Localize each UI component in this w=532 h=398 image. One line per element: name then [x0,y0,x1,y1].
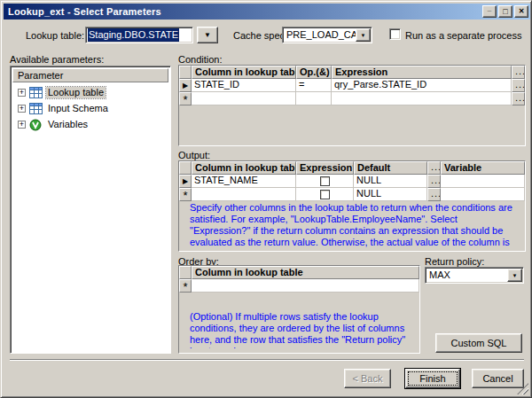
condition-column-cell[interactable] [192,92,296,105]
column-header[interactable]: Expression [332,66,512,79]
expression-checkbox-cell[interactable] [296,188,354,201]
row-selector-header [179,266,192,279]
column-header[interactable]: Variable [441,161,525,175]
condition-grid: Column in lookup table Op.(&) Expression… [179,66,525,105]
lookup-table-label: Lookup table: [26,30,83,42]
order-by-help-text: (Optional) If multiple rows satisfy the … [190,311,413,348]
custom-sql-label: Custom SQL [451,338,507,349]
condition-row[interactable]: ▶ STATE_ID = qry_Parse.STATE_ID ... [179,79,525,92]
return-policy-value: MAX [426,269,507,281]
cache-spec-value: PRE_LOAD_CACHE [283,29,356,41]
more-header[interactable]: ... [512,66,525,79]
current-row-icon: ▶ [179,175,192,188]
back-button[interactable]: < Back [344,369,391,388]
run-separate-label: Run as a separate process [405,30,521,42]
row-selector-header [179,161,192,175]
lookup-table-dropdown-button[interactable]: ▼ [197,27,218,43]
more-button[interactable]: ... [512,79,525,92]
close-button[interactable]: ✕ [514,5,528,18]
expand-icon[interactable]: + [18,105,26,113]
output-row[interactable]: ▶ STATE_NAME NULL ... [179,175,525,188]
output-header-row: Column in lookup table Expression? Defau… [179,161,525,175]
cancel-label: Cancel [482,373,512,385]
title-bar[interactable]: Lookup_ext - Select Parameters _ □ ✕ [4,4,530,20]
window-controls: _ □ ✕ [481,5,528,18]
order-by-header-row: Column in lookup table [179,266,419,279]
parameters-tree[interactable]: Parameter + Lookup table + Input Schema … [10,66,171,354]
expression-checkbox[interactable] [320,190,330,199]
column-header[interactable]: Column in lookup table [192,161,296,175]
lookup-table-input[interactable]: Staging.DBO.STATE [85,27,193,43]
lookup-ext-dialog: Lookup_ext - Select Parameters _ □ ✕ Loo… [0,0,532,398]
output-variable-cell[interactable] [441,188,525,201]
condition-op-cell[interactable] [296,92,332,105]
maximize-button[interactable]: □ [498,5,512,18]
tree-item-lookup-table[interactable]: + Lookup table [12,85,106,100]
cache-spec-label: Cache spec: [233,30,287,42]
dropdown-arrow-icon[interactable]: ▼ [356,28,371,42]
maximize-icon: □ [503,8,507,16]
tree-item-label[interactable]: Input Schema [46,103,110,114]
condition-column-cell[interactable]: STATE_ID [192,79,296,92]
expression-checkbox[interactable] [320,176,330,186]
lookup-table-value: Staging.DBO.STATE [88,28,179,42]
window-title: Lookup_ext - Select Parameters [8,6,161,17]
cancel-button[interactable]: Cancel [472,369,524,388]
current-row-icon: ▶ [179,79,192,92]
output-column-cell[interactable]: STATE_NAME [192,175,296,188]
parameter-column-header[interactable]: Parameter [12,68,168,82]
available-parameters-label: Available parameters: [10,54,104,66]
column-header[interactable]: Column in lookup table [192,266,419,279]
back-label: < Back [353,373,383,385]
tree-item-label[interactable]: Variables [46,119,90,130]
condition-expression-cell[interactable] [332,92,512,105]
output-default-cell[interactable]: NULL [354,188,427,201]
table-icon [29,103,43,115]
expand-icon[interactable]: + [18,121,26,129]
new-row-icon: * [179,188,192,201]
tree-item-variables[interactable]: + Variables [12,117,90,132]
output-new-row[interactable]: * NULL ... [179,188,525,201]
new-row-icon: * [179,279,192,293]
order-by-new-row[interactable]: * [179,279,419,293]
row-selector-header [179,66,192,79]
output-column-cell[interactable] [192,188,296,201]
column-header[interactable]: Default [354,161,427,175]
output-grid: Column in lookup table Expression? Defau… [179,161,525,201]
bottom-separator [10,359,524,361]
tree-item-input-schema[interactable]: + Input Schema [12,101,110,116]
dropdown-arrow-icon: ▼ [204,31,211,39]
finish-label: Finish [419,373,445,385]
return-policy-select[interactable]: MAX ▼ [425,267,524,284]
custom-sql-button[interactable]: Custom SQL [435,333,522,353]
dropdown-arrow-icon[interactable]: ▼ [507,269,522,282]
output-help-text: Specify other columns in the lookup tabl… [190,202,520,250]
column-header[interactable]: Op.(&) [296,66,332,79]
more-header[interactable]: ... [427,161,441,175]
tree-item-label[interactable]: Lookup table [46,87,106,98]
condition-header-row: Column in lookup table Op.(&) Expression… [179,66,525,79]
expand-icon[interactable]: + [18,89,26,97]
column-header[interactable]: Column in lookup table [192,66,296,79]
condition-op-cell[interactable]: = [296,79,332,92]
output-default-cell[interactable]: NULL [354,175,427,188]
cache-spec-select[interactable]: PRE_LOAD_CACHE ▼ [282,27,372,43]
expression-checkbox-cell[interactable] [296,175,354,188]
finish-button[interactable]: Finish [405,369,460,388]
more-button[interactable]: ... [427,175,441,188]
new-row-icon: * [179,92,192,105]
condition-new-row[interactable]: * ... [179,92,525,105]
output-variable-cell[interactable] [441,175,525,188]
more-button[interactable]: ... [512,92,525,105]
more-button[interactable]: ... [427,188,441,201]
minimize-button[interactable]: _ [482,5,497,18]
minimize-icon: _ [488,5,491,12]
table-icon [29,87,43,99]
order-by-grid: Column in lookup table * [179,266,419,293]
close-icon: ✕ [519,8,525,15]
order-by-column-cell[interactable] [192,279,419,293]
condition-expression-cell[interactable]: qry_Parse.STATE_ID [332,79,512,92]
column-header[interactable]: Expression? [296,161,354,175]
run-separate-checkbox[interactable] [389,28,401,40]
variables-icon [29,119,43,131]
